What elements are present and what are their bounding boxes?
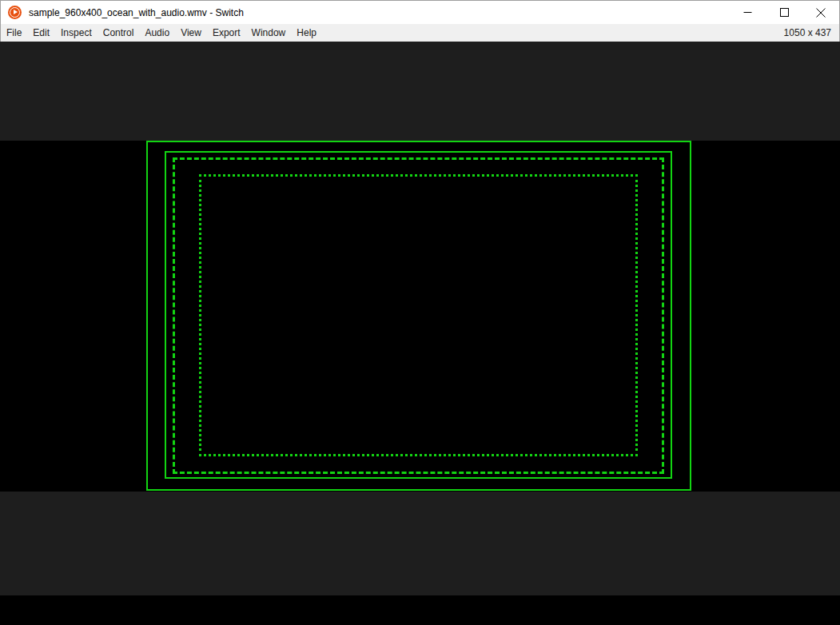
menu-item-file[interactable]: File: [1, 24, 27, 42]
window-title: sample_960x400_ocean_with_audio.wmv - Sw…: [29, 7, 244, 18]
menu-item-audio[interactable]: Audio: [139, 24, 175, 42]
window-controls: [729, 1, 839, 24]
transport-bar: 00:00:00:00: [0, 595, 840, 625]
viewport-size-indicator: 1050 x 437: [784, 27, 839, 38]
close-button[interactable]: [802, 1, 839, 24]
menu-bar: File Edit Inspect Control Audio View Exp…: [1, 24, 839, 42]
maximize-button[interactable]: [766, 1, 802, 24]
app-logo-play-icon: [14, 10, 18, 14]
menu-item-window[interactable]: Window: [246, 24, 292, 42]
menu-item-edit[interactable]: Edit: [27, 24, 55, 42]
menu-item-help[interactable]: Help: [291, 24, 322, 42]
window-chrome: sample_960x400_ocean_with_audio.wmv - Sw…: [0, 0, 840, 42]
menu-item-export[interactable]: Export: [207, 24, 246, 42]
minimize-button[interactable]: [729, 1, 766, 24]
menu-item-view[interactable]: View: [175, 24, 207, 42]
minimize-icon: [743, 8, 752, 17]
switch-player-window: sample_960x400_ocean_with_audio.wmv - Sw…: [0, 0, 840, 625]
close-icon: [816, 8, 826, 18]
menu-item-control[interactable]: Control: [98, 24, 140, 42]
title-bar: sample_960x400_ocean_with_audio.wmv - Sw…: [1, 1, 839, 24]
maximize-icon: [780, 8, 789, 17]
video-canvas[interactable]: [0, 141, 840, 492]
menu-item-inspect[interactable]: Inspect: [55, 24, 98, 42]
stage-letterbox: [0, 42, 840, 595]
app-logo-icon: [8, 6, 22, 19]
